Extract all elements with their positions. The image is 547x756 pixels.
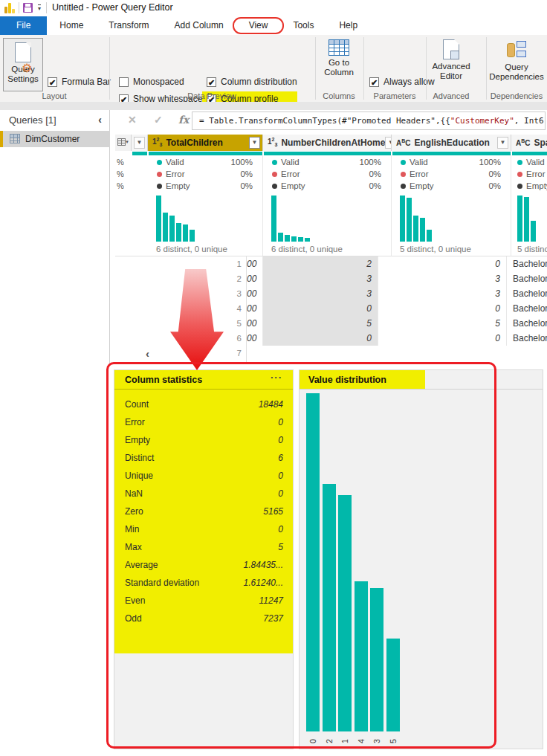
cell-partial[interactable]: 00 [247,286,263,301]
ribbon-view: ⚙ QuerySettings ✔ Formula Bar Layout Mon… [0,35,547,103]
row-number[interactable]: 1 [230,256,247,271]
cell-numberchildrenathome[interactable]: 0 [378,331,507,346]
error-dot-icon [401,172,406,177]
formula-bar-checkbox[interactable]: ✔ [48,77,57,87]
column-header-totalchildren[interactable]: 123 TotalChildren▼ [148,135,263,151]
cell-englisheducation[interactable]: Bachelors [507,301,547,316]
power-query-editor-window: ▾ Untitled - Power Query Editor File Hom… [0,0,547,756]
cell-totalchildren[interactable]: 0 [263,301,378,316]
column-profile-totalchildren: Valid100% Error0% Empty0% 6 distinct, 0 … [148,155,263,256]
table-row: 1 00 2 0 Bachelors Licenciat [115,256,547,272]
query-dependencies-button[interactable]: QueryDependencies [488,39,546,82]
column-mini-histogram[interactable] [400,196,432,242]
power-bi-logo-icon [4,3,16,13]
tab-file[interactable]: File [0,16,47,35]
monospaced-checkbox[interactable] [119,77,129,87]
tab-add-column[interactable]: Add Column [162,16,236,35]
column-dropdown-icon[interactable]: ▼ [497,137,508,149]
save-icon[interactable] [23,3,33,13]
cell-totalchildren[interactable]: 0 [263,331,378,346]
text-type-icon: ABC [396,138,411,147]
cell-englisheducation[interactable]: Bachelors [507,286,547,301]
row-number[interactable]: 3 [230,286,247,301]
go-to-column-icon [328,39,349,56]
column-header-numberchildrenathome[interactable]: 123 NumberChildrenAtHome▼ [263,135,392,151]
tab-view[interactable]: View [236,16,281,35]
column-header-spanisheducation-partial[interactable]: ABC Spar [511,135,547,151]
query-settings-button[interactable]: ⚙ QuerySettings [3,38,43,91]
cell-partial[interactable]: 00 [247,271,263,286]
tab-home[interactable]: Home [47,16,96,35]
column-header-englisheducation[interactable]: ABC EnglishEducation▼ [392,135,511,151]
cell-englisheducation[interactable]: Bachelors [507,331,547,346]
column-distribution-checkbox[interactable]: ✔ [207,77,216,87]
table-row: 7 [115,346,547,363]
cell-englisheducation[interactable]: Bachelors [507,256,547,271]
column-mini-histogram[interactable] [517,196,536,242]
column-profile-partial: % % % [115,155,148,256]
quick-access-dropdown-icon[interactable]: ▾ [38,4,41,12]
row-number[interactable]: 2 [230,271,247,286]
cell-numberchildrenathome[interactable]: 0 [378,301,507,316]
column-profile-spanisheducation-partial: Valid Error Empty 5 distinct, 0 unique [511,155,547,256]
table-menu-button[interactable]: ▾ [115,135,132,151]
valid-dot-icon [157,160,162,165]
always-allow-checkbox[interactable]: ✔ [369,77,379,87]
formula-input[interactable]: = Table.TransformColumnTypes(#"Promoted … [192,112,546,130]
cell-totalchildren[interactable]: 5 [263,316,378,331]
column-dropdown-icon[interactable]: ▼ [385,137,392,149]
annotation-rectangle [106,362,496,749]
cell-totalchildren[interactable]: 3 [263,286,378,301]
collapse-panel-icon[interactable]: ‹ [98,114,102,126]
column-dropdown-icon[interactable]: ▼ [249,137,260,149]
cell-numberchildrenathome[interactable]: 5 [378,316,507,331]
cell-partial[interactable]: 00 [247,256,263,271]
row-number[interactable]: 7 [230,346,247,363]
column-dropdown-icon[interactable]: ▼ [134,137,145,149]
cell-numberchildrenathome[interactable]: 3 [378,286,507,301]
go-to-column-button[interactable]: Go toColumn [317,39,361,77]
tab-tools[interactable]: Tools [280,16,326,35]
cell-partial[interactable]: 00 [247,331,263,346]
commit-formula-icon[interactable]: ✓ [154,114,163,126]
cell-englisheducation[interactable]: Bachelors [507,271,547,286]
valid-dot-icon [517,160,522,165]
cell-englisheducation[interactable]: Bachelors [507,316,547,331]
cancel-formula-icon[interactable]: ✕ [128,114,137,126]
formula-bar-label: Formula Bar [62,77,111,87]
empty-dot-icon [157,184,162,189]
window-title: Untitled - Power Query Editor [52,2,173,13]
cell-partial[interactable]: 00 [247,316,263,331]
cell-totalchildren[interactable]: 3 [263,271,378,286]
tab-help[interactable]: Help [326,16,370,35]
table-menu-icon [117,138,126,146]
fx-icon: fx [178,114,189,126]
scroll-left-icon[interactable]: ‹ [146,347,149,360]
distinct-summary: 6 distinct, 0 unique [156,245,227,253]
group-label-layout: Layout [10,91,99,100]
always-allow-label: Always allow [383,77,435,87]
cell-partial[interactable]: 00 [247,301,263,316]
distinct-summary: 5 distinct, 0 unique [400,245,471,253]
column-mini-histogram[interactable] [271,196,310,242]
row-number[interactable]: 5 [230,316,247,331]
column-profile-englisheducation: Valid100% Error0% Empty0% 5 distinct, 0 … [392,155,511,256]
query-item-dimcustomer[interactable]: DimCustomer [0,131,110,147]
cell-totalchildren[interactable]: 2 [263,256,378,271]
column-header-partial[interactable]: ▼ [132,135,148,151]
table-row: 3 00 3 3 Bachelors Licenciat [115,286,547,302]
empty-dot-icon [272,184,277,189]
cell-numberchildrenathome[interactable]: 3 [378,271,507,286]
row-number[interactable]: 6 [230,331,247,346]
advanced-editor-button[interactable]: AdvancedEditor [430,39,473,81]
numeric-type-icon: 123 [152,136,162,149]
query-name: DimCustomer [25,134,80,144]
tab-transform[interactable]: Transform [96,16,161,35]
column-mini-histogram[interactable] [156,196,195,242]
title-bar: ▾ Untitled - Power Query Editor [0,0,547,16]
error-dot-icon [157,172,162,177]
cell-numberchildrenathome[interactable]: 0 [378,256,507,271]
table-row: 4 00 0 0 Bachelors Licenciat [115,301,547,317]
row-number[interactable]: 4 [230,301,247,316]
annotation-view-ring [233,17,285,34]
